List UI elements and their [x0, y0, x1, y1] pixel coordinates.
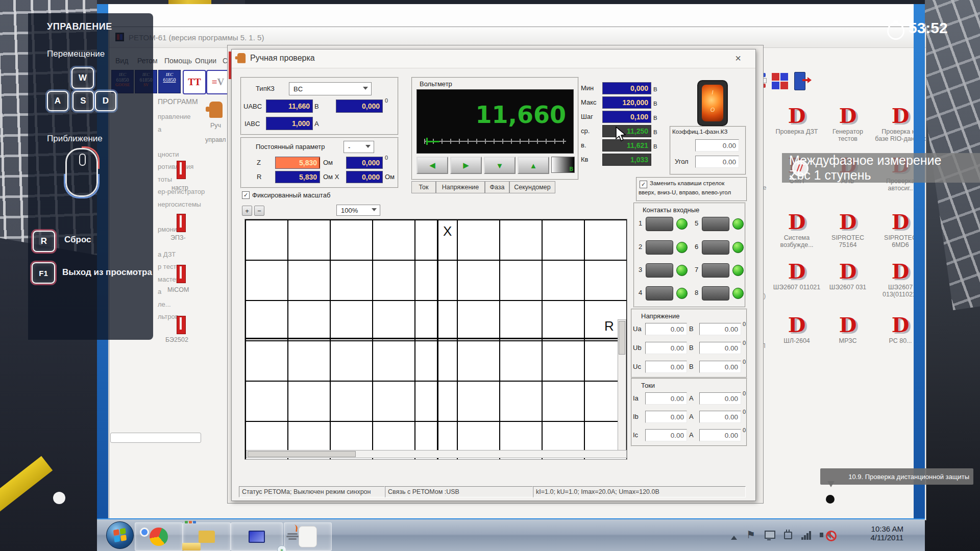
toolbar-exit-door-icon[interactable] — [792, 71, 811, 91]
chrome-icon — [150, 528, 168, 546]
program-icon[interactable] — [177, 265, 186, 283]
constant-parameter-select[interactable]: - — [344, 141, 374, 153]
desktop-icon[interactable]: DШЭ2607 031 — [822, 261, 873, 291]
ib-angle-field[interactable]: 0.00 — [699, 411, 741, 423]
tray-volume-muted-icon[interactable] — [820, 530, 835, 542]
contact-button-3[interactable] — [646, 263, 673, 278]
taskbar-chrome-button[interactable] — [135, 522, 183, 551]
z-angle-field[interactable]: 0,000 — [346, 157, 383, 169]
program-icon[interactable] — [177, 214, 186, 232]
contact-number: 7 — [695, 266, 698, 273]
coefficient-field[interactable]: 0.00 — [695, 139, 739, 152]
tray-network-signal-icon[interactable] — [801, 529, 813, 540]
zoom-percent-select[interactable]: 100% — [336, 205, 380, 216]
contact-button-5[interactable] — [702, 217, 729, 231]
dialog-close-icon[interactable]: × — [735, 53, 741, 64]
contact-button-4[interactable] — [646, 286, 673, 300]
sidebar-item[interactable]: а — [158, 126, 161, 133]
desktop-icon[interactable]: DГенератор тестов — [822, 105, 873, 142]
ic-angle-field[interactable]: 0.00 — [699, 429, 741, 441]
sidebar-item[interactable]: а ДЗТ — [158, 251, 176, 258]
contact-button-1[interactable] — [646, 217, 673, 231]
ia-field[interactable]: 0.00 — [645, 392, 687, 405]
sidebar-item[interactable]: нергосистемы — [158, 201, 201, 208]
taskbar-java-button[interactable] — [284, 522, 332, 551]
ub-field[interactable]: 0.00 — [645, 342, 687, 354]
program-icon[interactable] — [177, 316, 186, 334]
toolbar-tt-button[interactable]: TT — [183, 70, 206, 94]
menu-options[interactable]: Опции — [195, 57, 216, 65]
taskbar-remote-desktop-button[interactable]: » — [231, 522, 283, 551]
ua-field[interactable]: 0.00 — [645, 323, 687, 335]
taskbar-clock[interactable]: 10:36 AM 4/11/2011 — [842, 524, 903, 542]
iabc-field[interactable]: 1,000 — [266, 117, 313, 130]
contact-button-6[interactable] — [702, 240, 729, 255]
angle-field[interactable]: 0.00 — [695, 156, 739, 168]
uc-field[interactable]: 0.00 — [645, 361, 687, 373]
fixed-scale-checkbox[interactable]: ✓ — [242, 191, 250, 199]
show-hidden-icons-button[interactable] — [731, 533, 737, 540]
sidebar-item[interactable]: тоты — [158, 176, 172, 183]
step-field[interactable]: 0,100 — [602, 111, 651, 123]
zoom-in-button[interactable]: + — [242, 206, 252, 216]
step-left-button[interactable]: ◀ — [416, 157, 448, 174]
tab-current[interactable]: Ток — [411, 181, 436, 193]
start-button[interactable] — [106, 521, 134, 549]
desktop-icon[interactable]: DSIPROTEC 75164 — [822, 211, 873, 248]
uc-angle-field[interactable]: 0.00 — [699, 361, 741, 373]
manual-control-hand-icon[interactable] — [209, 102, 223, 118]
action-center-flag-icon[interactable]: ⚑ — [746, 529, 755, 541]
fault-type-select[interactable]: BC — [289, 82, 372, 95]
sidebar-item[interactable]: правление — [158, 113, 191, 120]
contact-button-2[interactable] — [646, 240, 673, 255]
plot-vertical-scrollbar[interactable] — [618, 319, 626, 453]
r-angle-field[interactable]: 0,000 — [346, 171, 383, 183]
desktop-icon[interactable]: DШЭ2607 011021 — [771, 261, 822, 291]
taskbar-explorer-button[interactable] — [183, 522, 231, 551]
toolbar-iec61850-button[interactable]: IEC61850 — [158, 70, 181, 93]
sidebar-scrollbar[interactable] — [110, 433, 201, 443]
step-right-button[interactable]: ▶ — [450, 157, 482, 174]
step-up-button[interactable]: ▲ — [518, 157, 549, 174]
sidebar-item[interactable]: цности — [158, 151, 179, 158]
uabc-angle-field[interactable]: 0,000 — [336, 99, 383, 113]
ia-angle-field[interactable]: 0.00 — [699, 392, 741, 405]
menu-help[interactable]: Помощь — [164, 57, 192, 65]
tab-phase[interactable]: Фаза — [485, 181, 509, 193]
step-down-button[interactable]: ▼ — [484, 157, 516, 174]
contact-button-8[interactable] — [702, 286, 729, 300]
z-field[interactable]: 5,830 — [275, 157, 320, 169]
contact-button-7[interactable] — [702, 263, 729, 278]
manual-check-dialog: Ручная проверка × ТипКЗ BC UABC 11,660 В… — [231, 49, 756, 501]
desktop-icon[interactable]: DШЛ-2604 — [771, 314, 822, 344]
sidebar-item[interactable]: ле... — [158, 300, 171, 308]
min-field[interactable]: 0,000 — [602, 82, 651, 94]
desktop-icon[interactable]: DПроверка ДЗТ — [771, 105, 822, 135]
tab-stopwatch[interactable]: Секундомер — [509, 181, 555, 193]
z-unit: Ом — [323, 159, 333, 166]
tab-voltage[interactable]: Напряжение — [436, 181, 485, 193]
r-label: R — [257, 173, 261, 181]
desktop-icon[interactable]: DСистема возбужде... — [771, 211, 822, 248]
zoom-out-button[interactable]: − — [254, 206, 264, 216]
plot-horizontal-scrollbar[interactable] — [246, 450, 627, 458]
ib-field[interactable]: 0.00 — [645, 411, 687, 423]
tray-power-plug-icon[interactable] — [784, 532, 792, 539]
sidebar-item[interactable]: ротивления — [158, 163, 193, 170]
ub-angle-field[interactable]: 0.00 — [699, 342, 741, 354]
ic-field[interactable]: 0.00 — [645, 429, 687, 441]
r-field[interactable]: 5,830 — [275, 171, 320, 183]
toolbar-v-button[interactable]: =V — [206, 70, 230, 94]
contact-led-5 — [732, 218, 744, 230]
sidebar-item[interactable]: а — [158, 288, 161, 295]
tray-display-icon[interactable] — [765, 531, 775, 539]
desktop-icon[interactable]: DМРЗС — [822, 314, 873, 344]
arrow-keys-checkbox[interactable]: ✓ — [640, 181, 647, 188]
uabc-field[interactable]: 11,660 — [266, 99, 313, 113]
ua-angle-field[interactable]: 0.00 — [699, 323, 741, 335]
power-rocker-switch[interactable]: I O — [697, 80, 728, 126]
toolbar-grid-icon[interactable] — [771, 71, 789, 91]
interactable-magnifier-icon[interactable] — [792, 160, 808, 177]
program-icon[interactable] — [177, 161, 186, 179]
max-field[interactable]: 120,000 — [602, 96, 651, 109]
